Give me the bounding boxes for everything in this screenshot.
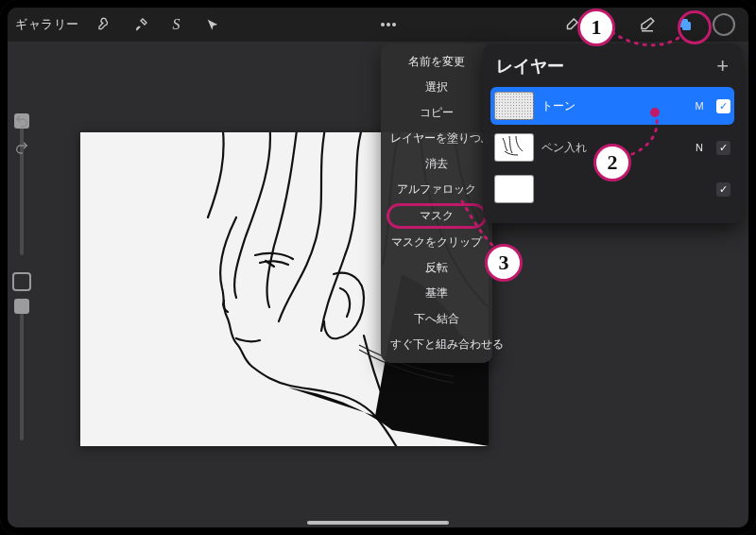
- annotation-ring-layers-icon: [678, 10, 712, 44]
- callout-2: 2: [593, 144, 631, 181]
- ctx-invert[interactable]: 反転: [381, 255, 492, 281]
- ctx-copy[interactable]: コピー: [381, 100, 492, 126]
- layers-header: レイヤー +: [490, 51, 734, 87]
- callout-1: 1: [577, 9, 615, 46]
- device-frame: ギャラリー S: [0, 0, 756, 535]
- adjust-icon[interactable]: [130, 14, 151, 35]
- layer-visibility-checkbox[interactable]: ✓: [716, 141, 730, 155]
- more-icon[interactable]: [378, 14, 399, 35]
- home-indicator: [307, 521, 449, 525]
- layers-title: レイヤー: [496, 55, 564, 78]
- layer-blend-mode[interactable]: N: [690, 142, 709, 153]
- slider-handle-bottom[interactable]: [14, 299, 29, 314]
- layer-visibility-checkbox[interactable]: ✓: [716, 99, 730, 113]
- layer-row-tone[interactable]: トーン M ✓: [490, 87, 734, 125]
- layer-blend-mode[interactable]: M: [690, 100, 709, 112]
- layer-visibility-checkbox[interactable]: ✓: [716, 182, 730, 197]
- undo-redo-group: [11, 113, 32, 159]
- layer-thumb: [494, 133, 534, 162]
- ctx-combine-down[interactable]: すぐ下と組み合わせる: [381, 332, 492, 357]
- svg-point-0: [381, 23, 385, 26]
- callout-3: 3: [485, 244, 523, 282]
- svg-point-1: [387, 23, 390, 26]
- ctx-clear[interactable]: 消去: [381, 151, 492, 177]
- toolbar-left-group: ギャラリー S: [15, 14, 223, 35]
- ctx-merge-down[interactable]: 下へ結合: [381, 306, 492, 332]
- layer-context-menu: 名前を変更 選択 コピー レイヤーを塗りつぶす 消去 アルファロック マスク マ…: [381, 43, 492, 363]
- ctx-mask[interactable]: マスク: [387, 203, 487, 229]
- ctx-clip-mask[interactable]: マスクをクリップ: [381, 230, 492, 255]
- gallery-button[interactable]: ギャラリー: [15, 16, 79, 33]
- side-slider-group: [11, 113, 32, 440]
- top-toolbar: ギャラリー S: [8, 8, 748, 42]
- color-picker-icon[interactable]: [713, 13, 735, 36]
- layer-thumb: [494, 92, 534, 120]
- layer-name: トーン: [541, 98, 682, 114]
- eraser-icon[interactable]: [637, 14, 658, 35]
- layer-thumb: [494, 175, 534, 203]
- wrench-icon[interactable]: [94, 14, 115, 35]
- ctx-reference[interactable]: 基準: [381, 281, 492, 306]
- ctx-select[interactable]: 選択: [381, 75, 492, 100]
- redo-icon[interactable]: [14, 140, 29, 159]
- ctx-alpha-lock[interactable]: アルファロック: [381, 177, 492, 202]
- selection-icon[interactable]: S: [166, 14, 187, 35]
- add-layer-button[interactable]: +: [716, 56, 729, 77]
- ctx-fill[interactable]: レイヤーを塗りつぶす: [381, 126, 492, 151]
- modifier-toggle[interactable]: [12, 272, 31, 291]
- transform-arrow-icon[interactable]: [202, 14, 223, 35]
- ctx-rename[interactable]: 名前を変更: [381, 49, 492, 75]
- layers-panel: レイヤー + トーン M ✓ ペン入れ N ✓ ✓: [483, 43, 742, 223]
- undo-icon[interactable]: [14, 113, 29, 132]
- opacity-slider[interactable]: [20, 299, 24, 440]
- svg-point-2: [392, 23, 396, 26]
